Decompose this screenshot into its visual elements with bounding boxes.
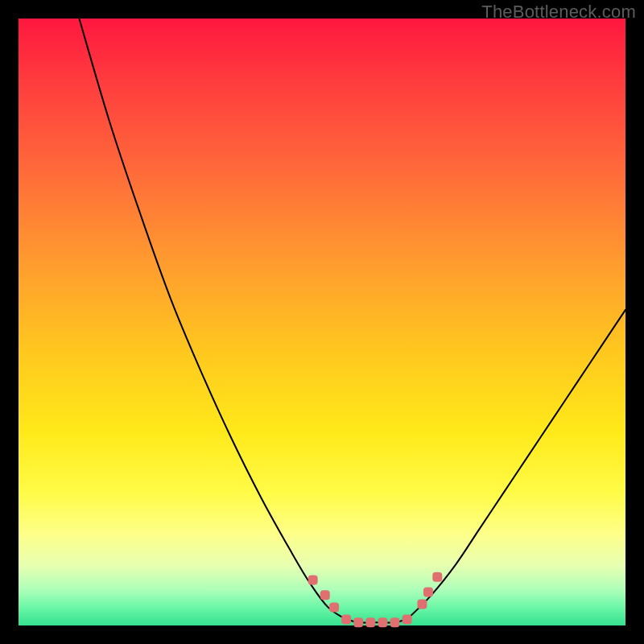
valley-marker: [308, 575, 318, 584]
valley-marker: [329, 602, 339, 612]
valley-markers: [308, 572, 443, 628]
valley-marker: [432, 572, 442, 582]
bottleneck-curve: [79, 19, 625, 623]
curve-path: [79, 19, 625, 623]
valley-marker: [353, 617, 363, 627]
valley-marker: [417, 600, 427, 609]
valley-marker: [365, 617, 375, 627]
valley-marker: [402, 614, 412, 624]
curve-layer: [19, 19, 625, 625]
chart-frame: TheBottleneck.com: [0, 0, 644, 644]
valley-marker: [320, 590, 330, 600]
plot-area: [19, 19, 625, 625]
valley-marker: [390, 617, 399, 627]
valley-marker: [378, 617, 387, 627]
valley-marker: [423, 588, 433, 597]
watermark-text: TheBottleneck.com: [481, 2, 636, 23]
valley-marker: [341, 614, 351, 624]
